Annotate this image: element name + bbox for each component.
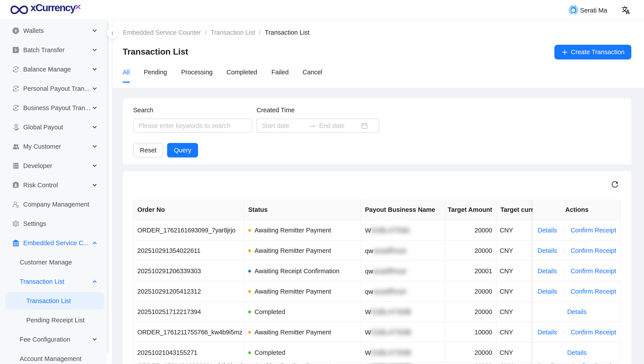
svg-text:¥: ¥ [15, 68, 17, 71]
svg-text:¥: ¥ [15, 106, 17, 110]
svg-text:$: $ [15, 125, 17, 128]
svg-text:¥: ¥ [15, 29, 17, 33]
svg-text:¥: ¥ [15, 87, 17, 90]
